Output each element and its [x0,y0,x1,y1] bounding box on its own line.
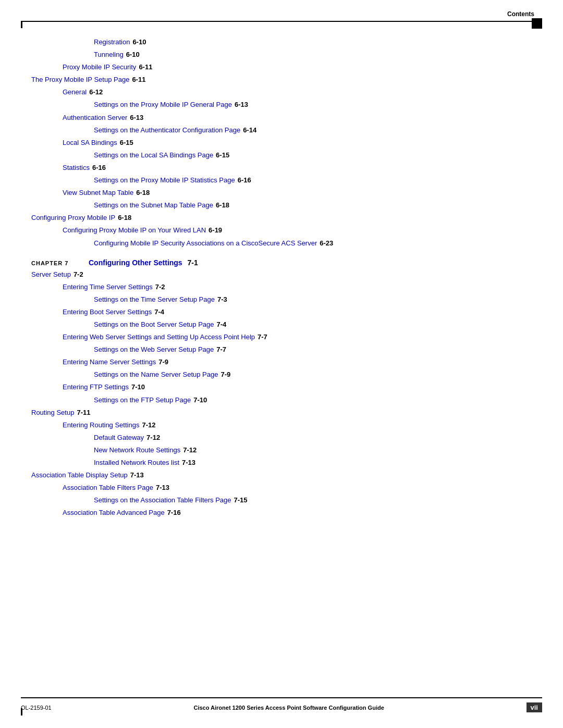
toc-link[interactable]: The Proxy Mobile IP Setup Page [31,74,129,85]
toc-page: 6-13 [235,99,248,110]
toc-link[interactable]: Settings on the Web Server Setup Page [94,344,214,355]
toc-link[interactable]: Association Table Filters Page [63,482,153,493]
toc-link[interactable]: Settings on the Boot Server Setup Page [94,319,214,330]
toc-item: Association Table Advanced Page7-16 [31,507,532,519]
toc-link[interactable]: Settings on the Subnet Map Table Page [94,200,213,211]
toc-link[interactable]: Settings on the Time Server Setup Page [94,294,215,305]
toc-page: 7-12 [142,419,155,431]
toc-item: Server Setup7-2 [31,269,532,280]
toc-content: Registration6-10Tunneling6-10Proxy Mobil… [31,36,532,520]
toc-link[interactable]: Settings on the Authenticator Configurat… [94,125,240,136]
toc-item: The Proxy Mobile IP Setup Page6-11 [31,74,532,85]
toc-link[interactable]: Configuring Proxy Mobile IP on Your Wire… [63,225,206,236]
toc-item: Settings on the Name Server Setup Page7-… [31,369,532,380]
toc-page: 6-12 [89,87,103,98]
toc-link[interactable]: Entering Web Server Settings and Setting… [63,331,255,343]
toc-link[interactable]: Proxy Mobile IP Security [63,61,136,73]
chapter7-title[interactable]: Configuring Other Settings [89,258,182,267]
toc-link[interactable]: Tunneling [94,49,124,60]
toc-link[interactable]: Routing Setup [31,407,74,418]
toc-item: Settings on the Proxy Mobile IP Statisti… [31,175,532,186]
toc-page: 7-2 [74,269,83,280]
toc-page: 6-23 [320,238,333,249]
toc-link[interactable]: Association Table Display Setup [31,470,128,481]
toc-item: Registration6-10 [31,36,532,48]
toc-item: Entering Name Server Settings7-9 [31,356,532,368]
toc-item: General6-12 [31,87,532,98]
footer-line [21,697,542,698]
toc-page: 6-16 [92,162,106,174]
toc-link[interactable]: Settings on the Association Table Filter… [94,495,231,506]
toc-page: 6-19 [209,225,222,236]
toc-link[interactable]: New Network Route Settings [94,445,180,456]
toc-link[interactable]: Settings on the Proxy Mobile IP General … [94,99,232,110]
toc-link[interactable]: Statistics [63,162,90,174]
toc-link[interactable]: Configuring Mobile IP Security Associati… [94,238,317,249]
toc-item: New Network Route Settings7-12 [31,445,532,456]
toc-item: Local SA Bindings6-15 [31,137,532,149]
toc-page: 7-12 [146,432,160,443]
toc-link[interactable]: Server Setup [31,269,71,280]
toc-item: Association Table Display Setup7-13 [31,470,532,481]
toc-page: 6-15 [120,137,133,149]
toc-page: 7-2 [155,281,165,293]
toc-link[interactable]: Settings on the FTP Setup Page [94,394,191,406]
toc-item: Settings on the Proxy Mobile IP General … [31,99,532,110]
toc-item: Settings on the Subnet Map Table Page6-1… [31,200,532,211]
toc-page: 7-13 [156,482,169,493]
footer-left: OL-2159-01 [21,705,52,711]
toc-link[interactable]: Settings on the Proxy Mobile IP Statisti… [94,175,235,186]
toc-link[interactable]: Settings on the Name Server Setup Page [94,369,218,380]
toc-link[interactable]: Entering Name Server Settings [63,356,156,368]
toc-item: Entering FTP Settings7-10 [31,381,532,393]
toc-link[interactable]: Settings on the Local SA Bindings Page [94,150,213,161]
toc-item: Settings on the Boot Server Setup Page7-… [31,319,532,330]
header-label: Contents [507,10,534,18]
toc-item: Entering Web Server Settings and Setting… [31,331,532,343]
toc7-list: Server Setup7-2Entering Time Server Sett… [31,269,532,519]
toc-link[interactable]: Local SA Bindings [63,137,117,149]
toc-page: 7-16 [167,507,181,519]
footer-right: vii [527,702,542,712]
toc-link[interactable]: Installed Network Routes list [94,457,179,468]
toc-item: Association Table Filters Page7-13 [31,482,532,493]
toc-page: 7-13 [130,470,144,481]
toc-link[interactable]: View Subnet Map Table [63,187,133,199]
toc-page: 7-7 [258,331,267,343]
toc-page: 6-11 [132,74,145,85]
toc-page: 7-10 [193,394,207,406]
toc-link[interactable]: Configuring Proxy Mobile IP [31,212,115,224]
page: Contents Registration6-10Tunneling6-10Pr… [0,0,563,728]
toc-item: Entering Time Server Settings7-2 [31,281,532,293]
toc-item: Entering Routing Settings7-12 [31,419,532,431]
toc-link[interactable]: Default Gateway [94,432,144,443]
toc-item: Settings on the Web Server Setup Page7-7 [31,344,532,355]
toc-page: 7-15 [234,495,248,506]
toc-page: 6-18 [136,187,150,199]
toc-page: 6-10 [126,49,140,60]
toc-link[interactable]: Entering Boot Server Settings [63,306,152,318]
toc-page: 7-3 [217,294,227,305]
toc-list: Registration6-10Tunneling6-10Proxy Mobil… [31,36,532,249]
toc-page: 6-13 [130,112,143,124]
toc-link[interactable]: Registration [94,36,130,48]
toc-item: Settings on the FTP Setup Page7-10 [31,394,532,406]
footer-content: OL-2159-01 Cisco Aironet 1200 Series Acc… [21,702,542,712]
toc-item: Proxy Mobile IP Security6-11 [31,61,532,73]
toc-page: 7-10 [131,381,145,393]
header-right-block [532,18,542,29]
toc-link[interactable]: Authentication Server [63,112,127,124]
toc-link[interactable]: Association Table Advanced Page [63,507,165,519]
toc-link[interactable]: Entering Time Server Settings [63,281,153,293]
toc-page: 6-18 [118,212,131,224]
top-border [21,21,542,22]
toc-link[interactable]: Entering FTP Settings [63,381,129,393]
toc-item: Tunneling6-10 [31,49,532,60]
toc-page: 7-9 [221,369,230,380]
footer-left-block [21,708,22,715]
toc-item: Settings on the Time Server Setup Page7-… [31,294,532,305]
toc-page: 7-12 [183,445,197,456]
toc-link[interactable]: Entering Routing Settings [63,419,139,431]
chapter7-label: CHAPTER 7 [31,260,78,266]
toc-link[interactable]: General [63,87,87,98]
